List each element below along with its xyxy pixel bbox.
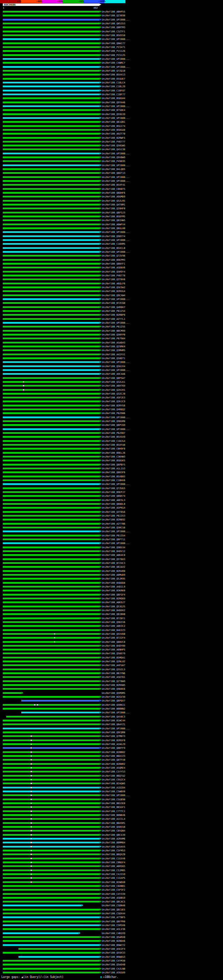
hit-label[interactable]: UniRef100_B7ZC60 — [102, 302, 125, 304]
hit-bar[interactable] — [3, 19, 99, 21]
hit-bar[interactable] — [3, 228, 99, 229]
hit-label[interactable]: UniRef100_Q5M9M5 — [102, 692, 125, 695]
hit-label[interactable]: UniRef100_Q3SZL5 — [102, 668, 125, 671]
hit-label[interactable]: UniRef100_A8K3C2 — [102, 625, 125, 627]
hit-bar[interactable] — [3, 247, 99, 249]
hit-bar[interactable] — [3, 897, 99, 899]
hit-label[interactable]: UniRef100_Q66T13 — [102, 172, 125, 175]
hit-bar[interactable] — [3, 846, 99, 848]
hit-bar[interactable] — [3, 255, 99, 256]
hit-bar[interactable] — [3, 972, 99, 974]
hit-label[interactable]: UniRef100_P61255 — [102, 325, 125, 328]
hit-label[interactable]: UniRef100_B4DDD8 — [102, 582, 125, 584]
hit-bar[interactable] — [3, 184, 99, 186]
hit-label[interactable]: UniRef100_P15125 — [102, 54, 125, 57]
hit-label[interactable]: UniRef100_P46777 — [102, 140, 125, 143]
hit-bar[interactable] — [3, 818, 99, 820]
hit-bar[interactable] — [3, 113, 99, 115]
hit-label[interactable]: UniRef100_Q7ZUG5 — [102, 487, 125, 490]
hit-label[interactable]: UniRef100_B5DFM5 — [102, 215, 125, 218]
hit-bar[interactable] — [3, 432, 99, 434]
hit-label[interactable]: UniRef100_Q5ZLR5 — [102, 200, 125, 202]
hit-bar[interactable] — [3, 263, 99, 264]
hit-label[interactable]: UniRef100_B6S3E0 — [102, 802, 125, 805]
hit-bar[interactable] — [3, 125, 99, 127]
hit-bar[interactable] — [3, 881, 99, 883]
hit-label[interactable]: UniRef100_Q0CS39 — [102, 834, 125, 837]
hit-label[interactable]: UniRef100_UPI000... — [102, 180, 130, 183]
hit-bar[interactable] — [3, 428, 99, 430]
hit-label[interactable]: UniRef100_A4D1L9 — [102, 585, 125, 588]
hit-bar[interactable] — [3, 78, 99, 80]
hit-bar[interactable] — [3, 90, 99, 91]
hit-label[interactable]: UniRef100_Q9DGM8 — [102, 420, 125, 423]
hit-bar[interactable] — [3, 476, 99, 477]
hit-bar[interactable] — [3, 393, 99, 395]
hit-bar[interactable] — [21, 700, 99, 702]
hit-bar[interactable] — [3, 389, 99, 391]
hit-bar[interactable] — [3, 590, 99, 591]
hit-label[interactable]: UniRef100_Q9YH46 — [102, 101, 125, 104]
hit-bar[interactable] — [3, 444, 99, 445]
hit-bar[interactable] — [3, 499, 99, 501]
hit-bar[interactable] — [3, 160, 99, 162]
hit-label[interactable]: UniRef100_Q6IBH0 — [102, 613, 125, 616]
hit-bar[interactable] — [3, 740, 99, 741]
hit-bar[interactable] — [3, 916, 99, 918]
hit-label[interactable]: UniRef100_B5XCL0 — [102, 247, 125, 250]
hit-label[interactable]: UniRef100_C1G5P5 — [102, 877, 125, 880]
hit-bar[interactable] — [3, 54, 99, 56]
hit-label[interactable]: UniRef100_UPI000... — [102, 483, 130, 486]
hit-bar[interactable] — [3, 224, 99, 225]
hit-bar[interactable] — [3, 117, 99, 119]
hit-bar[interactable] — [3, 660, 99, 662]
hit-label[interactable]: UniRef100_B2GV39 — [102, 696, 125, 698]
hit-label[interactable]: UniRef100_Q6PBY5 — [102, 463, 125, 466]
hit-label[interactable]: UniRef100_A5DBS9 — [102, 897, 125, 899]
hit-label[interactable]: UniRef100_Q59G39 — [102, 113, 125, 116]
hit-label[interactable]: UniRef100_A4FUA7 — [102, 664, 125, 667]
hit-bar[interactable] — [3, 50, 99, 52]
hit-bar[interactable] — [3, 708, 99, 710]
hit-bar[interactable] — [3, 349, 99, 351]
hit-label[interactable]: UniRef100_UPI000... — [102, 18, 130, 21]
hit-label[interactable]: UniRef100_A4IFV1 — [102, 353, 125, 356]
hit-label[interactable]: UniRef100_Q4R6K7 — [102, 306, 125, 309]
hit-bar[interactable] — [3, 365, 99, 367]
hit-label[interactable]: UniRef100_Q2HJH1 — [102, 389, 125, 391]
hit-label[interactable]: UniRef100_C8VQN4 — [102, 829, 125, 832]
hit-bar[interactable] — [3, 885, 99, 887]
hit-label[interactable]: UniRef100_D5SUE7 — [102, 78, 125, 80]
hit-label[interactable]: UniRef100_Q9VBW9 — [102, 156, 125, 159]
hit-bar[interactable] — [3, 357, 99, 359]
hit-bar[interactable] — [3, 791, 99, 792]
hit-bar[interactable] — [3, 641, 99, 643]
hit-bar[interactable] — [3, 381, 99, 383]
hit-bar[interactable] — [3, 353, 99, 355]
hit-bar[interactable] — [3, 220, 99, 221]
hit-label[interactable]: UniRef100_B2RB92 — [102, 518, 125, 521]
hit-bar[interactable] — [3, 735, 99, 737]
hit-bar[interactable] — [3, 566, 99, 568]
hit-label[interactable]: UniRef100_Q9CQM8 — [102, 731, 125, 734]
hit-bar[interactable] — [3, 609, 99, 611]
hit-label[interactable]: UniRef100_Q28HF0 — [102, 207, 125, 210]
hit-bar[interactable] — [3, 267, 99, 268]
hit-bar[interactable] — [3, 172, 99, 174]
hit-label[interactable]: UniRef100_Q5JR95 — [102, 578, 125, 580]
hit-label[interactable]: UniRef100_Q6P711 — [102, 538, 125, 541]
hit-label[interactable]: UniRef100_A5D8V6 — [102, 266, 125, 269]
hit-label[interactable]: UniRef100_Q6CUE5 — [102, 908, 125, 911]
hit-bar[interactable] — [3, 865, 99, 867]
hit-bar[interactable] — [3, 460, 99, 461]
hit-bar[interactable] — [3, 755, 99, 757]
hit-label[interactable]: UniRef100_B5DGH4 — [102, 97, 125, 100]
hit-label[interactable]: UniRef100_A8WFV4 — [102, 223, 125, 226]
hit-label[interactable]: UniRef100_UPI000... — [102, 231, 130, 234]
hit-label[interactable]: UniRef100_C4Y339 — [102, 893, 125, 896]
hit-label[interactable]: UniRef100_Q3ZCJ0 — [102, 393, 125, 395]
hit-bar[interactable] — [3, 558, 99, 560]
hit-bar[interactable] — [3, 479, 99, 481]
hit-label[interactable]: UniRef100_C5P3F2 — [102, 889, 125, 891]
hit-bar[interactable] — [3, 468, 99, 469]
